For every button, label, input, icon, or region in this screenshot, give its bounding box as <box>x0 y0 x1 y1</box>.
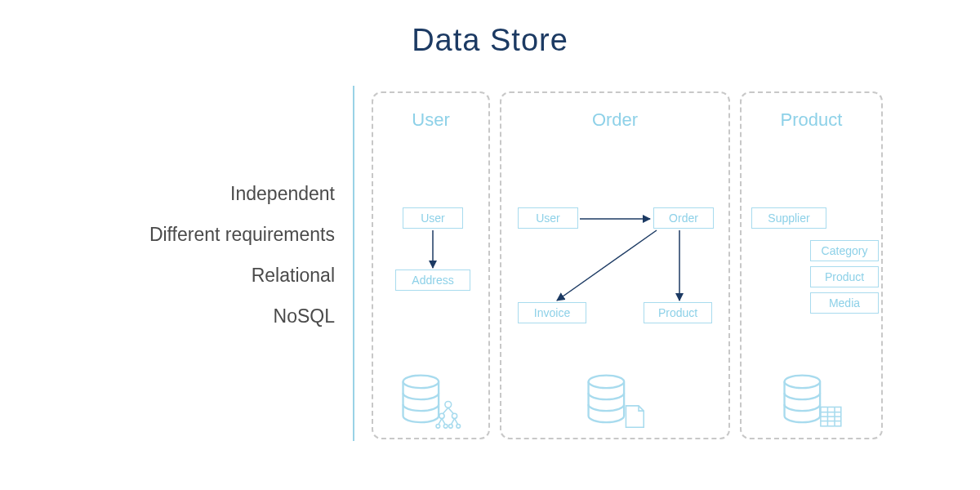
svg-point-1 <box>445 401 452 408</box>
database-table-icon <box>780 374 844 431</box>
panel-user-title: User <box>373 109 488 131</box>
svg-line-10 <box>439 418 442 424</box>
svg-point-3 <box>452 413 457 418</box>
entity-user-address: Address <box>395 270 470 291</box>
svg-line-13 <box>455 418 458 424</box>
diagram-title: Data Store <box>0 23 980 58</box>
entity-order-user: User <box>518 207 578 229</box>
attribute-nosql: NoSQL <box>149 296 335 336</box>
entity-order-product: Product <box>644 302 712 323</box>
entity-user-user: User <box>403 207 463 229</box>
database-graph-icon <box>399 374 462 431</box>
svg-point-0 <box>403 376 439 389</box>
svg-point-4 <box>436 424 440 428</box>
svg-line-12 <box>452 418 455 424</box>
svg-point-5 <box>443 424 448 428</box>
entity-order-order: Order <box>653 207 714 229</box>
svg-line-8 <box>443 408 448 413</box>
attribute-different-requirements: Different requirements <box>149 214 335 255</box>
svg-line-11 <box>442 418 445 424</box>
attribute-independent: Independent <box>149 173 335 214</box>
svg-point-15 <box>785 376 821 389</box>
vertical-divider <box>353 86 354 441</box>
entity-product-media: Media <box>810 292 879 314</box>
database-document-icon <box>584 374 648 431</box>
svg-line-9 <box>448 408 453 413</box>
entity-order-invoice: Invoice <box>518 302 586 323</box>
entity-product-supplier: Supplier <box>751 207 826 229</box>
svg-point-7 <box>457 424 461 428</box>
svg-point-2 <box>439 413 444 418</box>
attribute-relational: Relational <box>149 255 335 296</box>
entity-product-category: Category <box>810 240 879 261</box>
panel-product-title: Product <box>742 109 881 131</box>
attribute-list: Independent Different requirements Relat… <box>149 173 335 336</box>
svg-point-6 <box>449 424 453 428</box>
entity-product-product: Product <box>810 266 879 287</box>
panel-order-title: Order <box>501 109 728 131</box>
svg-point-14 <box>589 376 625 389</box>
